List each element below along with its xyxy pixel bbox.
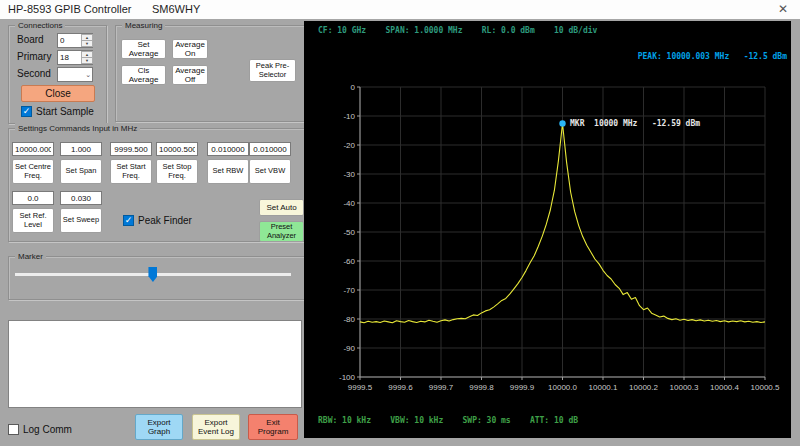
settings-button-4[interactable]: Set RBW [207,159,249,184]
footer-button-1[interactable]: Export Event Log [192,414,240,440]
x-tick-label: 9999.9 [510,383,535,392]
measuring-button-2[interactable]: Cls Average [121,65,166,85]
board-label: Board [17,34,44,45]
board-stepper[interactable]: ▲ ▼ [57,33,93,48]
y-tick-label: -40 [343,199,355,208]
start-sample-checkbox[interactable]: ✓ [21,106,32,117]
y-tick-label: -90 [343,344,355,353]
settings-value-input-0[interactable] [12,142,54,156]
marker-group-label: Marker [15,251,46,262]
connections-group-label: Connections [15,20,65,31]
settings-button-2[interactable]: Set Start Freq. [110,159,152,184]
x-tick-label: 9999.8 [469,383,494,392]
set-auto-button[interactable]: Set Auto [259,199,304,216]
y-tick-label: -30 [343,170,355,179]
x-tick-label: 10000.5 [751,383,780,392]
settings-value-input-5[interactable] [249,142,291,156]
display-status-readout: RBW: 10 kHz VBW: 10 kHz SWP: 30 ms ATT: … [318,416,578,425]
close-connection-button[interactable]: Close [21,85,95,102]
peak-marker-dot [559,120,565,126]
log-comm-label: Log Comm [23,424,72,435]
window-callsign: SM6WHY [152,3,200,15]
title-bar: HP-8593 GPIB Controller SM6WHY ✕ [0,0,800,19]
settings-value-input-2-1[interactable] [60,191,102,205]
settings-button-0[interactable]: Set Centre Freq. [12,159,54,184]
settings-button-5[interactable]: Set VBW [249,159,291,184]
log-comm-checkbox[interactable] [8,424,19,435]
start-sample-label: Start Sample [36,106,94,117]
marker-slider-thumb[interactable] [148,267,157,282]
event-log-listbox[interactable] [8,320,302,408]
peak-finder-checkbox[interactable]: ✓ [123,215,134,226]
chevron-down-icon[interactable]: ⌄ [85,71,91,79]
footer-button-2[interactable]: Exit Program [248,414,298,440]
primary-label: Primary [17,51,51,62]
settings-value-input-1[interactable] [60,142,102,156]
peak-finder-label: Peak Finder [138,215,192,226]
close-icon[interactable]: ✕ [778,2,788,17]
primary-stepper[interactable]: ▲ ▼ [57,50,93,65]
settings-group: Settings Commands Input in MHz Set Centr… [8,128,306,242]
peak-preselector-button[interactable]: Peak Pre-Selector [249,59,296,82]
measuring-group-label: Measuring [122,20,165,31]
settings-group-label: Settings Commands Input in MHz [15,123,140,134]
y-tick-label: 0 [351,83,356,92]
settings-value-input-3[interactable] [156,142,198,156]
settings-button-2-0[interactable]: Set Ref. Level [12,208,54,233]
settings-button-2-1[interactable]: Set Sweep [60,208,102,233]
display-marker-readout: MKR 10000 MHz -12.59 dBm [570,119,700,128]
connections-group: Connections Board ▲ ▼ Primary ▲ ▼ Second… [8,25,107,124]
measuring-button-3[interactable]: Average Off [172,65,208,85]
settings-button-1[interactable]: Set Span [60,159,102,184]
settings-value-input-4[interactable] [207,142,249,156]
second-label: Second [17,68,51,79]
x-tick-label: 10000.0 [548,383,577,392]
settings-value-input-2[interactable] [110,142,152,156]
x-tick-label: 9999.6 [388,383,413,392]
x-tick-label: 10000.2 [629,383,658,392]
board-spin-down-icon[interactable]: ▼ [81,40,93,47]
measuring-group: Measuring Set AverageAverage OnCls Avera… [115,25,305,122]
marker-group: Marker [8,256,306,300]
settings-button-3[interactable]: Set Stop Freq. [156,159,198,184]
spectrum-chart: 0-10-20-30-40-50-60-70-80-90-1009999.599… [304,21,791,438]
measuring-button-0[interactable]: Set Average [121,39,166,59]
x-tick-label: 9999.7 [429,383,454,392]
y-tick-label: -10 [343,112,355,121]
y-tick-label: -60 [343,257,355,266]
y-tick-label: -80 [343,315,355,324]
y-tick-label: -100 [339,373,356,382]
x-tick-label: 10000.4 [710,383,739,392]
y-tick-label: -70 [343,286,355,295]
settings-value-input-2-0[interactable] [12,191,54,205]
x-tick-label: 10000.3 [670,383,699,392]
footer-button-0[interactable]: Export Graph [135,414,183,440]
y-tick-label: -50 [343,228,355,237]
x-tick-label: 10000.1 [589,383,618,392]
primary-spin-down-icon[interactable]: ▼ [81,57,93,64]
preset-analyzer-button[interactable]: Preset Analyzer [259,221,304,242]
window-title: HP-8593 GPIB Controller [8,3,132,15]
spectrum-display: CF: 10 GHz SPAN: 1.0000 MHz RL: 0.0 dBm … [304,21,791,438]
second-select[interactable]: ⌄ [57,67,93,82]
measuring-button-1[interactable]: Average On [172,39,208,59]
x-tick-label: 9999.5 [348,383,373,392]
y-tick-label: -20 [343,141,355,150]
